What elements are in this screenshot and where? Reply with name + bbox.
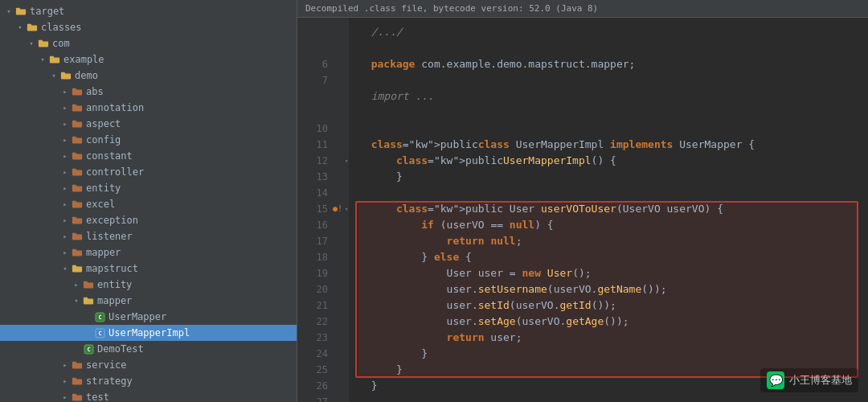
tree-item-controller[interactable]: controller: [0, 164, 297, 180]
folder-icon: [82, 295, 95, 306]
item-label: abs: [86, 84, 297, 99]
item-label: test: [86, 390, 297, 402]
code-header: Decompiled .class file, bytecode version…: [297, 0, 868, 18]
code-text: }: [358, 346, 428, 362]
code-text: class="kw">public: [358, 201, 503, 217]
item-label: classes: [41, 20, 297, 35]
code-line: package com.example.demo.mapstruct.mappe…: [358, 56, 858, 72]
tree-arrow: [59, 181, 71, 195]
tree-arrow: [14, 20, 26, 35]
tree-arrow: [59, 374, 71, 388]
code-text: /.../: [358, 24, 403, 40]
code-text: }: [358, 362, 403, 378]
code-text: import ...: [358, 88, 434, 105]
item-label: DemoTest: [97, 342, 297, 356]
tree-item-UserMapper[interactable]: C UserMapper: [0, 309, 297, 325]
gutter: ▾●!▾: [333, 18, 349, 402]
tree-arrow: [71, 293, 82, 308]
tree-item-excel[interactable]: excel: [0, 196, 297, 212]
svg-text:C: C: [98, 330, 101, 337]
tree-item-abs[interactable]: abs: [0, 84, 297, 100]
item-label: exception: [86, 213, 297, 228]
folder-icon: [71, 375, 84, 387]
code-text: }: [358, 378, 377, 394]
item-label: example: [63, 52, 297, 67]
code-line: }: [358, 169, 858, 185]
tree-item-service[interactable]: service: [0, 357, 297, 373]
tree-item-entity[interactable]: entity: [0, 180, 297, 196]
tree-arrow: [59, 100, 71, 115]
tree-item-entity2[interactable]: entity: [0, 277, 297, 293]
code-line: user.setAge(userVO.getAge());: [358, 314, 858, 330]
code-line: [358, 185, 858, 201]
item-label: mapstruct: [86, 261, 297, 276]
tree-item-demo[interactable]: demo: [0, 68, 297, 84]
tree-item-test[interactable]: test: [0, 389, 297, 402]
item-label: UserMapperImpl: [108, 326, 297, 340]
tree-item-constant[interactable]: constant: [0, 148, 297, 164]
folder-icon: [71, 134, 84, 146]
code-text: if (userVO == null) {: [358, 217, 554, 233]
tree-arrow: [37, 52, 48, 67]
tree-item-mapper2[interactable]: mapper: [0, 293, 297, 309]
code-line: }: [358, 346, 858, 362]
tree-item-mapstruct[interactable]: mapstruct: [0, 260, 297, 277]
code-text: return null;: [358, 233, 522, 249]
tree-item-config[interactable]: config: [0, 132, 297, 148]
code-body: 67101112131415161718192021222324252627 ▾…: [297, 18, 868, 402]
folder-icon: [37, 38, 50, 49]
tree-item-DemoTest[interactable]: C DemoTest: [0, 341, 297, 357]
tree-item-UserMapperImpl[interactable]: C UserMapperImpl: [0, 325, 297, 341]
code-line: } else {: [358, 249, 858, 265]
tree-item-classes[interactable]: classes: [0, 19, 297, 35]
folder-icon: [71, 183, 84, 194]
tree-item-example[interactable]: example: [0, 51, 297, 68]
tree-item-listener[interactable]: listener: [0, 228, 297, 244]
code-content[interactable]: /.../ package com.example.demo.mapstruct…: [349, 18, 868, 402]
code-text: class="kw">public: [358, 137, 478, 153]
file-tree[interactable]: target classes com example demo abs anno…: [0, 0, 297, 402]
item-label: config: [86, 133, 297, 147]
tree-arrow: [59, 390, 71, 402]
item-label: mapper: [97, 293, 297, 308]
tree-arrow: [48, 68, 59, 83]
svg-text:C: C: [98, 314, 101, 321]
item-label: controller: [86, 165, 297, 179]
item-label: constant: [86, 149, 297, 163]
item-label: listener: [86, 229, 297, 244]
code-line: user.setUsername(userVO.getName());: [358, 281, 858, 297]
folder-icon: [71, 263, 84, 274]
code-text: } else {: [358, 249, 472, 265]
item-label: target: [30, 4, 297, 18]
tree-arrow: [59, 197, 71, 211]
code-text: user.setId(userVO.getId());: [358, 297, 616, 314]
item-label: excel: [86, 197, 297, 211]
tree-item-strategy[interactable]: strategy: [0, 373, 297, 389]
folder-icon: [59, 70, 72, 81]
item-label: service: [86, 358, 297, 372]
tree-item-exception[interactable]: exception: [0, 212, 297, 228]
folder-icon: [82, 279, 95, 290]
tree-item-aspect[interactable]: aspect: [0, 116, 297, 132]
folder-icon: [14, 6, 27, 17]
code-text: user.setAge(userVO.getAge());: [358, 314, 629, 330]
tree-item-mapper[interactable]: mapper: [0, 244, 297, 260]
tree-arrow: [59, 117, 71, 131]
line-numbers: 67101112131415161718192021222324252627: [297, 18, 333, 402]
tree-item-com[interactable]: com: [0, 35, 297, 51]
code-line: /.../: [358, 24, 858, 40]
code-line: user.setId(userVO.getId());: [358, 297, 858, 314]
tree-item-annotation[interactable]: annotation: [0, 100, 297, 116]
folder-icon: [71, 86, 84, 97]
folder-icon: [71, 166, 84, 178]
item-label: annotation: [86, 100, 297, 115]
item-label: entity: [97, 277, 297, 292]
tree-arrow: [59, 133, 71, 147]
item-label: UserMapper: [108, 310, 297, 324]
folder-icon: [71, 392, 84, 402]
folder-icon: [71, 359, 84, 371]
tree-arrow: [59, 358, 71, 372]
file-icon: C: [93, 327, 106, 338]
code-line: User user = new User();: [358, 265, 858, 281]
tree-item-target[interactable]: target: [0, 3, 297, 19]
